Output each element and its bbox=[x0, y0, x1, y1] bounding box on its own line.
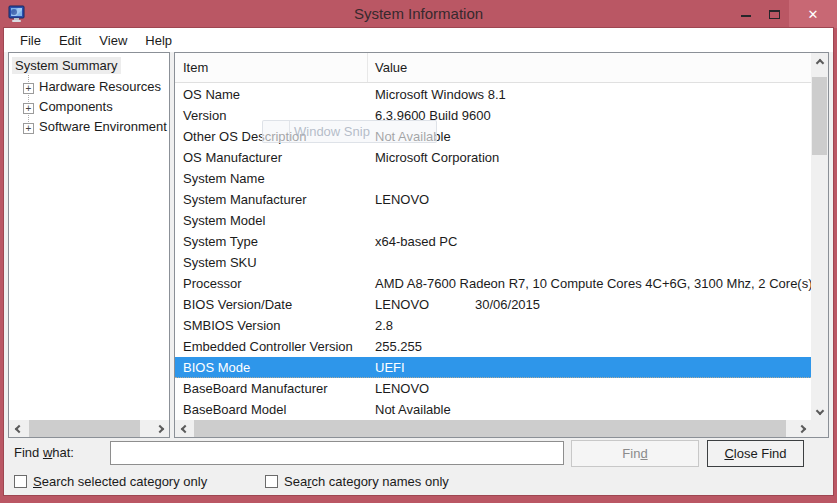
scroll-left-button[interactable] bbox=[9, 420, 26, 437]
table-row[interactable]: BaseBoard ModelNot Available bbox=[175, 399, 811, 420]
scroll-left-button[interactable] bbox=[175, 420, 192, 437]
column-header-value[interactable]: Value bbox=[368, 53, 811, 82]
chevron-left-icon bbox=[180, 424, 188, 432]
scrollbar-track[interactable] bbox=[26, 420, 152, 437]
table-vertical-scrollbar[interactable] bbox=[811, 53, 828, 420]
details-table-panel: Item Value OS NameMicrosoft Windows 8.1V… bbox=[174, 52, 829, 438]
row-value: UEFI bbox=[375, 357, 405, 378]
scroll-up-button[interactable] bbox=[811, 53, 828, 70]
row-value: LENOVO bbox=[375, 189, 429, 210]
checkbox-icon[interactable] bbox=[14, 475, 27, 488]
scrollbar-track[interactable] bbox=[192, 420, 794, 437]
menu-edit[interactable]: Edit bbox=[50, 29, 90, 52]
table-header: Item Value bbox=[175, 53, 811, 83]
window-title: System Information bbox=[0, 0, 837, 27]
row-value: Not Available bbox=[375, 399, 451, 420]
tree-item-label: Hardware Resources bbox=[39, 79, 161, 94]
table-row[interactable]: BIOS Version/DateLENOVO30/06/2015 bbox=[175, 294, 811, 315]
scrollbar-corner bbox=[811, 420, 828, 437]
scrollbar-track[interactable] bbox=[811, 70, 828, 403]
table-row[interactable]: SMBIOS Version2.8 bbox=[175, 315, 811, 336]
row-item: Version bbox=[183, 105, 226, 126]
table-row[interactable]: System SKU bbox=[175, 252, 811, 273]
scrollbar-thumb[interactable] bbox=[812, 77, 827, 155]
row-value: Microsoft Corporation bbox=[375, 147, 499, 168]
caption-buttons: ✕ bbox=[731, 0, 837, 28]
scroll-right-button[interactable] bbox=[152, 420, 169, 437]
table-row[interactable]: System Name bbox=[175, 168, 811, 189]
table-row[interactable]: OS NameMicrosoft Windows 8.1 bbox=[175, 84, 811, 105]
chevron-right-icon bbox=[797, 424, 805, 432]
row-item: System Manufacturer bbox=[183, 189, 307, 210]
table-horizontal-scrollbar[interactable] bbox=[175, 420, 811, 437]
tree-horizontal-scrollbar[interactable] bbox=[9, 420, 169, 437]
menu-view[interactable]: View bbox=[90, 29, 136, 52]
row-item: SMBIOS Version bbox=[183, 315, 281, 336]
tree-item-label: Software Environment bbox=[39, 119, 167, 134]
tree-item-software-environment[interactable]: +Software Environment bbox=[23, 117, 167, 137]
checkbox-icon[interactable] bbox=[265, 475, 278, 488]
menu-file[interactable]: File bbox=[11, 29, 50, 52]
category-tree-panel: System Summary +Hardware Resources +Comp… bbox=[8, 52, 170, 438]
row-item: BaseBoard Model bbox=[183, 399, 286, 420]
tree-item-label: Components bbox=[39, 99, 113, 114]
row-value: Microsoft Windows 8.1 bbox=[375, 84, 506, 105]
expand-plus-icon[interactable]: + bbox=[23, 83, 34, 94]
close-find-button[interactable]: Close Find bbox=[707, 440, 804, 467]
row-item: OS Name bbox=[183, 84, 240, 105]
tree-item-hardware-resources[interactable]: +Hardware Resources bbox=[23, 77, 161, 97]
window-snip-ghost-overlay: Window Snip bbox=[262, 120, 437, 143]
tree-item-components[interactable]: +Components bbox=[23, 97, 113, 117]
row-item: Processor bbox=[183, 273, 242, 294]
row-item: Embedded Controller Version bbox=[183, 336, 353, 357]
snip-ghost-label: Window Snip bbox=[290, 124, 370, 139]
menu-bar: File Edit View Help bbox=[4, 28, 833, 52]
table-row[interactable]: OS ManufacturerMicrosoft Corporation bbox=[175, 147, 811, 168]
scrollbar-thumb[interactable] bbox=[194, 420, 786, 437]
row-item: System Type bbox=[183, 231, 258, 252]
chevron-left-icon bbox=[14, 424, 22, 432]
scrollbar-thumb[interactable] bbox=[29, 420, 140, 437]
find-what-label: Find what: bbox=[14, 441, 74, 465]
row-item: System SKU bbox=[183, 252, 257, 273]
scroll-right-button[interactable] bbox=[794, 420, 811, 437]
row-value2: 30/06/2015 bbox=[475, 294, 540, 315]
expand-plus-icon[interactable]: + bbox=[23, 123, 34, 134]
titlebar: System Information ✕ bbox=[0, 0, 837, 28]
close-button[interactable]: ✕ bbox=[789, 0, 837, 28]
tree-item-system-summary[interactable]: System Summary bbox=[12, 56, 121, 76]
scroll-down-button[interactable] bbox=[811, 403, 828, 420]
row-value: LENOVO bbox=[375, 378, 429, 399]
row-value: LENOVO bbox=[375, 294, 429, 315]
row-item: System Name bbox=[183, 168, 265, 189]
find-input[interactable] bbox=[110, 441, 564, 465]
menu-help[interactable]: Help bbox=[136, 29, 181, 52]
row-item: BaseBoard Manufacturer bbox=[183, 378, 328, 399]
column-header-item[interactable]: Item bbox=[175, 53, 368, 82]
chevron-down-icon bbox=[815, 406, 823, 414]
minimize-button[interactable] bbox=[731, 0, 760, 28]
row-value: 255.255 bbox=[375, 336, 422, 357]
table-row[interactable]: Embedded Controller Version255.255 bbox=[175, 336, 811, 357]
search-category-names-checkbox[interactable]: Search category names only bbox=[265, 474, 449, 490]
table-row[interactable]: System Model bbox=[175, 210, 811, 231]
maximize-button[interactable] bbox=[760, 0, 789, 28]
table-row[interactable]: BIOS ModeUEFI bbox=[175, 357, 811, 378]
minimize-icon bbox=[741, 15, 751, 17]
row-item: BIOS Mode bbox=[183, 357, 250, 378]
chevron-up-icon bbox=[815, 58, 823, 66]
search-selected-category-checkbox[interactable]: Search selected category only bbox=[14, 474, 207, 490]
app-window: System Information ✕ File Edit View Help… bbox=[0, 0, 837, 503]
chevron-right-icon bbox=[155, 424, 163, 432]
table-row[interactable]: BaseBoard ManufacturerLENOVO bbox=[175, 378, 811, 399]
find-button[interactable]: Find bbox=[571, 440, 699, 467]
row-value: 2.8 bbox=[375, 315, 393, 336]
client-area: File Edit View Help System Summary +Hard… bbox=[4, 28, 833, 495]
table-row[interactable]: System Typex64-based PC bbox=[175, 231, 811, 252]
expand-plus-icon[interactable]: + bbox=[23, 103, 34, 114]
table-row[interactable]: System ManufacturerLENOVO bbox=[175, 189, 811, 210]
close-icon: ✕ bbox=[808, 7, 819, 22]
row-value: x64-based PC bbox=[375, 231, 457, 252]
table-row[interactable]: ProcessorAMD A8-7600 Radeon R7, 10 Compu… bbox=[175, 273, 811, 294]
tree-item-label: System Summary bbox=[12, 57, 121, 74]
